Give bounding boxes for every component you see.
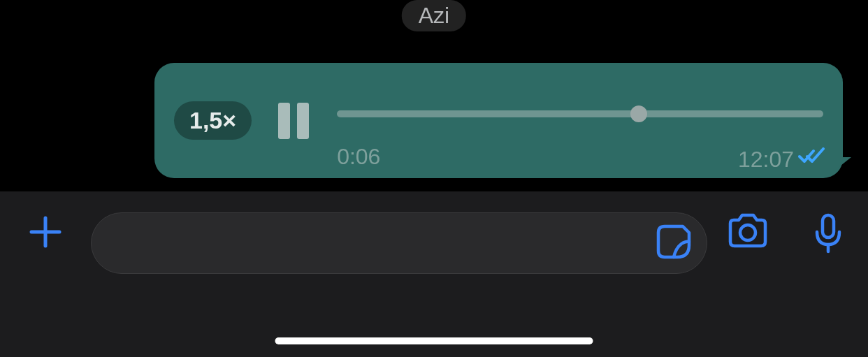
microphone-icon [811,212,845,257]
plus-icon [26,212,65,252]
home-indicator [275,337,593,344]
pause-icon [278,103,290,139]
sticker-icon [655,223,693,261]
outgoing-message: 1,5× 0:06 12:07 [154,63,843,178]
camera-button[interactable] [707,212,788,250]
voice-message-bubble[interactable]: 1,5× 0:06 12:07 [154,63,843,178]
svg-point-2 [740,225,755,240]
voice-elapsed-time: 0:06 [337,144,380,170]
pause-icon [297,103,309,139]
read-receipt-icon [798,147,826,168]
microphone-button[interactable] [788,212,868,257]
voice-progress-knob[interactable] [630,105,647,122]
chat-area: Azi 1,5× 0:06 12:07 [0,0,868,191]
voice-progress-track[interactable] [337,110,823,117]
date-chip: Azi [402,0,466,31]
playback-speed-button[interactable]: 1,5× [174,101,252,140]
bubble-tail [837,157,851,168]
camera-icon [725,212,770,250]
input-dock [0,191,868,357]
message-input[interactable] [91,212,707,274]
pause-button[interactable] [278,103,309,139]
playback-speed-label: 1,5× [189,107,236,133]
date-chip-label: Azi [419,3,449,28]
sticker-button[interactable] [655,223,693,263]
message-sent-time: 12:07 [738,147,794,173]
attach-button[interactable] [0,212,91,252]
svg-rect-3 [823,215,834,238]
